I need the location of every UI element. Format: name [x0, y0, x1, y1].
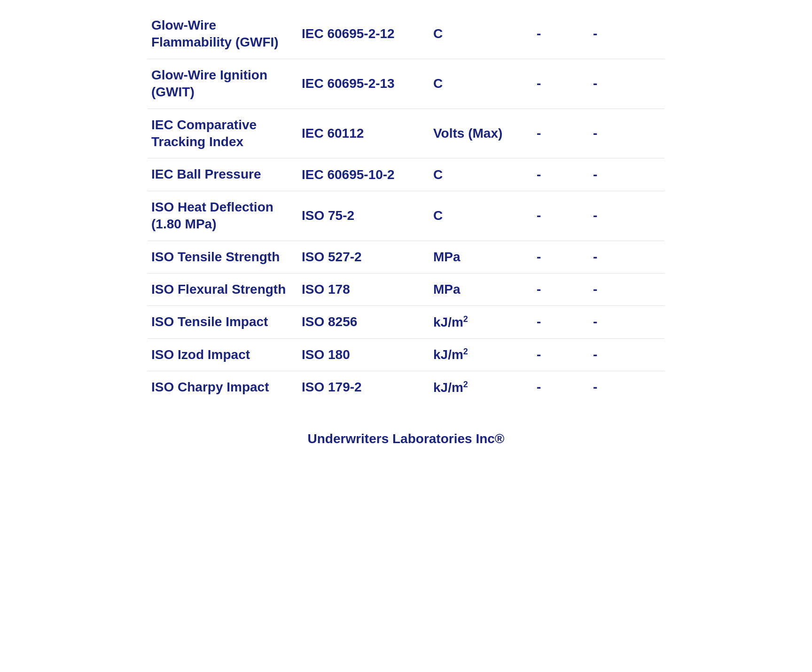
row-standard: ISO 179-2	[298, 377, 429, 398]
row-value1: -	[533, 73, 589, 94]
row-value2: -	[589, 279, 646, 300]
row-unit: Volts (Max)	[429, 123, 533, 144]
data-table: Glow-Wire Flammability (GWFI) IEC 60695-…	[148, 9, 664, 446]
row-standard: IEC 60112	[298, 123, 429, 144]
row-standard: ISO 527-2	[298, 247, 429, 267]
row-name: ISO Izod Impact	[148, 344, 298, 366]
table-row: ISO Flexural Strength ISO 178 MPa - -	[148, 273, 664, 306]
row-value2: -	[589, 123, 646, 144]
row-standard: IEC 60695-2-12	[298, 23, 429, 44]
row-value1: -	[533, 164, 589, 185]
row-value1: -	[533, 377, 589, 398]
row-value2: -	[589, 73, 646, 94]
row-value2: -	[589, 23, 646, 44]
row-standard: ISO 75-2	[298, 205, 429, 226]
row-name: ISO Tensile Strength	[148, 246, 298, 268]
row-unit: C	[429, 23, 533, 44]
table-row: Glow-Wire Ignition (GWIT) IEC 60695-2-13…	[148, 59, 664, 109]
row-unit: C	[429, 73, 533, 94]
table-row: IEC Ball Pressure IEC 60695-10-2 C - -	[148, 158, 664, 191]
table-row: ISO Izod Impact ISO 180 kJ/m2 - -	[148, 339, 664, 371]
row-standard: ISO 8256	[298, 312, 429, 332]
table-row: ISO Tensile Strength ISO 527-2 MPa - -	[148, 241, 664, 273]
row-value1: -	[533, 344, 589, 365]
row-unit: kJ/m2	[429, 377, 533, 398]
row-value1: -	[533, 123, 589, 144]
row-value2: -	[589, 344, 646, 365]
row-standard: IEC 60695-2-13	[298, 73, 429, 94]
row-value2: -	[589, 312, 646, 332]
row-name: ISO Heat Deflection (1.80 MPa)	[148, 196, 298, 236]
row-standard: ISO 180	[298, 344, 429, 365]
table-row: ISO Tensile Impact ISO 8256 kJ/m2 - -	[148, 306, 664, 338]
row-value2: -	[589, 377, 646, 398]
row-name: ISO Tensile Impact	[148, 311, 298, 333]
row-value1: -	[533, 312, 589, 332]
row-unit: MPa	[429, 247, 533, 267]
row-unit: kJ/m2	[429, 344, 533, 365]
footer-label: Underwriters Laboratories Inc®	[148, 431, 664, 446]
row-unit: kJ/m2	[429, 312, 533, 333]
row-standard: IEC 60695-10-2	[298, 164, 429, 185]
row-unit: MPa	[429, 279, 533, 300]
table-row: ISO Charpy Impact ISO 179-2 kJ/m2 - -	[148, 371, 664, 403]
row-unit: C	[429, 205, 533, 226]
row-name: IEC Ball Pressure	[148, 163, 298, 186]
row-value1: -	[533, 205, 589, 226]
row-value1: -	[533, 279, 589, 300]
row-name: Glow-Wire Flammability (GWFI)	[148, 14, 298, 54]
row-value1: -	[533, 247, 589, 267]
row-value2: -	[589, 205, 646, 226]
row-value2: -	[589, 164, 646, 185]
row-value2: -	[589, 247, 646, 267]
row-name: ISO Flexural Strength	[148, 278, 298, 301]
row-name: ISO Charpy Impact	[148, 376, 298, 399]
row-name: IEC Comparative Tracking Index	[148, 114, 298, 154]
row-standard: ISO 178	[298, 279, 429, 300]
row-unit: C	[429, 164, 533, 185]
row-value1: -	[533, 23, 589, 44]
table-row: IEC Comparative Tracking Index IEC 60112…	[148, 109, 664, 159]
table-row: ISO Heat Deflection (1.80 MPa) ISO 75-2 …	[148, 191, 664, 241]
row-name: Glow-Wire Ignition (GWIT)	[148, 64, 298, 104]
table-row: Glow-Wire Flammability (GWFI) IEC 60695-…	[148, 9, 664, 59]
